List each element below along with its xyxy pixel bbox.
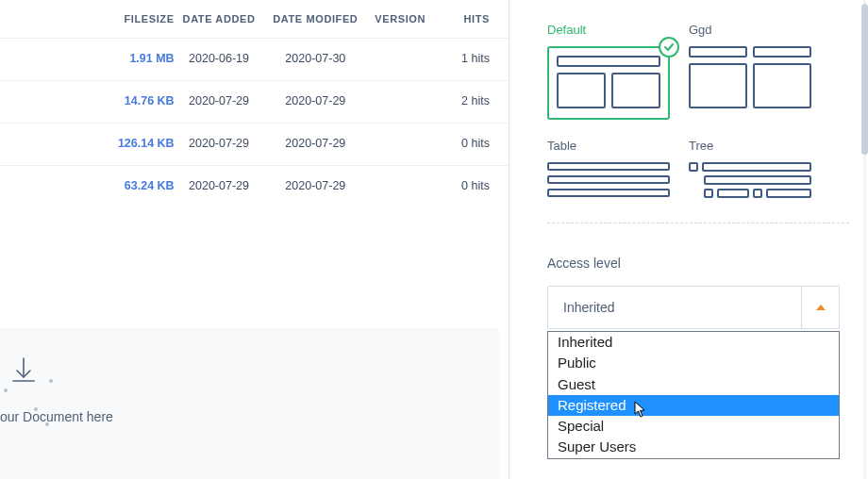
cell-hits: 2 hits xyxy=(433,94,490,107)
dropdown-option-registered[interactable]: Registered xyxy=(548,395,839,416)
dropdown-option-guest[interactable]: Guest xyxy=(548,374,839,395)
theme-label: Table xyxy=(547,139,670,153)
cell-date-added: 2020-07-29 xyxy=(175,179,264,192)
theme-label: Ggd xyxy=(689,23,811,37)
cell-hits: 0 hits xyxy=(433,179,490,192)
file-list-pane: FILESIZE DATE ADDED DATE MODIFED VERSION… xyxy=(0,0,509,479)
access-level-select[interactable]: Inherited Inherited Public Guest Registe… xyxy=(547,286,840,329)
theme-card-default[interactable]: Default xyxy=(547,23,670,120)
decor-dot xyxy=(34,407,38,411)
cell-date-modified: 2020-07-30 xyxy=(263,52,367,65)
cell-hits: 0 hits xyxy=(433,137,490,150)
decor-dot xyxy=(45,422,49,426)
dropdown-option-inherited[interactable]: Inherited xyxy=(548,332,839,353)
dropdown-option-super-users[interactable]: Super Users xyxy=(548,437,839,457)
check-icon xyxy=(659,37,679,58)
select-value: Inherited xyxy=(563,300,614,315)
theme-selector: Default Ggd T xyxy=(547,23,849,198)
dropdown-option-public[interactable]: Public xyxy=(548,353,839,373)
dropzone[interactable]: our Document here xyxy=(0,328,499,479)
scrollbar[interactable] xyxy=(861,4,868,155)
decor-dot xyxy=(4,388,8,392)
cell-filesize[interactable]: 126.14 KB xyxy=(0,137,175,150)
dropdown-option-special[interactable]: Special xyxy=(548,416,839,437)
cell-date-modified: 2020-07-29 xyxy=(263,137,367,150)
theme-card-ggd[interactable]: Ggd xyxy=(689,23,811,120)
table-row[interactable]: 63.24 KB 2020-07-29 2020-07-29 0 hits xyxy=(0,165,509,206)
file-table: FILESIZE DATE ADDED DATE MODIFED VERSION… xyxy=(0,0,509,206)
theme-card-table[interactable]: Table xyxy=(547,139,670,198)
decor-dot xyxy=(49,379,53,383)
table-row[interactable]: 126.14 KB 2020-07-29 2020-07-29 0 hits xyxy=(0,123,509,163)
cell-filesize[interactable]: 1.91 MB xyxy=(0,52,175,65)
theme-card-tree[interactable]: Tree xyxy=(689,139,811,198)
table-row[interactable]: 14.76 KB 2020-07-29 2020-07-29 2 hits xyxy=(0,80,509,121)
cell-hits: 1 hits xyxy=(433,52,490,65)
cell-date-added: 2020-06-19 xyxy=(175,52,264,65)
col-header-date-added[interactable]: DATE ADDED xyxy=(175,13,264,25)
access-level-dropdown[interactable]: Inherited Public Guest Registered Specia… xyxy=(547,331,840,459)
divider xyxy=(547,223,849,223)
cell-date-added: 2020-07-29 xyxy=(175,94,264,107)
cell-date-modified: 2020-07-29 xyxy=(263,94,367,107)
cell-date-added: 2020-07-29 xyxy=(175,137,264,150)
cell-date-modified: 2020-07-29 xyxy=(263,179,367,192)
file-table-header: FILESIZE DATE ADDED DATE MODIFED VERSION… xyxy=(0,0,509,38)
cell-filesize[interactable]: 63.24 KB xyxy=(0,179,175,192)
dropzone-text: our Document here xyxy=(0,409,490,424)
table-row[interactable]: 1.91 MB 2020-06-19 2020-07-30 1 hits xyxy=(0,38,509,78)
chevron-up-icon[interactable] xyxy=(801,287,839,328)
access-level-label: Access level xyxy=(547,256,849,271)
cell-filesize[interactable]: 14.76 KB xyxy=(0,94,175,107)
theme-label: Default xyxy=(547,23,670,37)
settings-pane: Default Ggd T xyxy=(509,0,868,479)
col-header-version[interactable]: VERSION xyxy=(367,13,433,25)
col-header-filesize[interactable]: FILESIZE xyxy=(0,13,175,25)
theme-label: Tree xyxy=(689,139,811,153)
download-icon xyxy=(11,372,36,388)
col-header-date-modified[interactable]: DATE MODIFED xyxy=(263,13,367,25)
col-header-hits[interactable]: HITS xyxy=(433,13,490,25)
